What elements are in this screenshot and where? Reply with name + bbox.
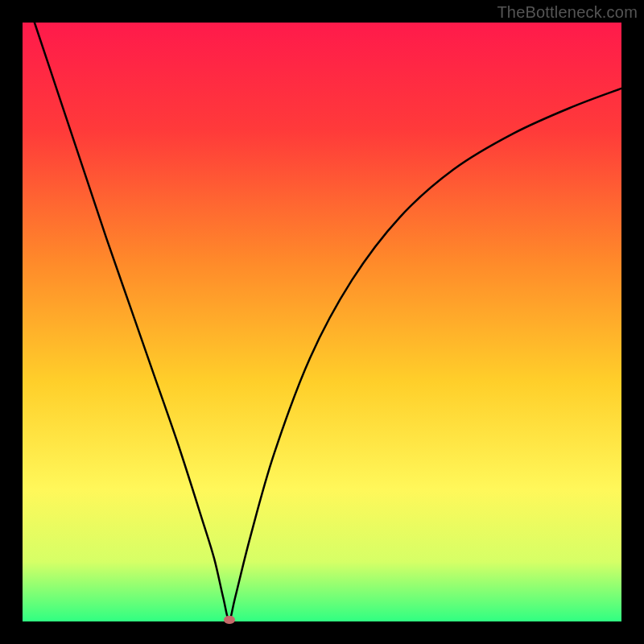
curve-layer bbox=[23, 23, 621, 621]
optimal-point-marker bbox=[224, 616, 235, 624]
plot-area bbox=[23, 23, 621, 621]
bottleneck-curve bbox=[35, 23, 621, 620]
chart-frame: TheBottleneck.com bbox=[0, 0, 644, 644]
watermark-text: TheBottleneck.com bbox=[497, 3, 638, 22]
